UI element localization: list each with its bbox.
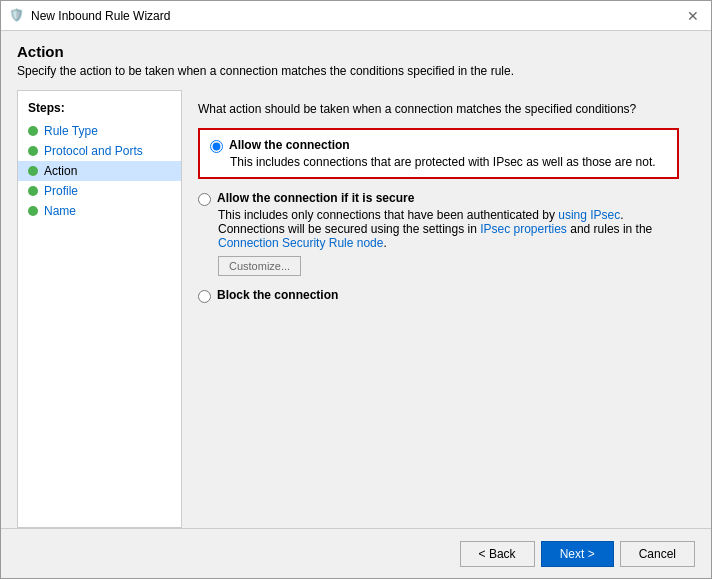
title-bar: 🛡️ New Inbound Rule Wizard ✕ xyxy=(1,1,711,31)
label-block[interactable]: Block the connection xyxy=(217,288,338,302)
radio-allow-secure[interactable] xyxy=(198,193,211,206)
sidebar-item-profile[interactable]: Profile xyxy=(18,181,181,201)
option-block-box: Block the connection xyxy=(198,288,679,303)
option-allow-row: Allow the connection xyxy=(210,138,667,153)
step-dot-protocol-ports xyxy=(28,146,38,156)
window-title: New Inbound Rule Wizard xyxy=(31,9,170,23)
option-allow-secure-row: Allow the connection if it is secure xyxy=(198,191,679,206)
back-button[interactable]: < Back xyxy=(460,541,535,567)
sidebar-item-protocol-ports[interactable]: Protocol and Ports xyxy=(18,141,181,161)
option-block-row: Block the connection xyxy=(198,288,679,303)
title-bar-left: 🛡️ New Inbound Rule Wizard xyxy=(9,8,170,24)
page-title: Action xyxy=(17,43,695,60)
sidebar-label-rule-type: Rule Type xyxy=(44,124,98,138)
sidebar-item-name[interactable]: Name xyxy=(18,201,181,221)
option-allow-secure-box: Allow the connection if it is secure Thi… xyxy=(198,191,679,276)
sidebar-label-name: Name xyxy=(44,204,76,218)
customize-button: Customize... xyxy=(218,256,301,276)
close-button[interactable]: ✕ xyxy=(683,6,703,26)
sidebar-label-profile: Profile xyxy=(44,184,78,198)
page-description: Specify the action to be taken when a co… xyxy=(17,64,695,78)
steps-label: Steps: xyxy=(18,101,181,121)
step-dot-name xyxy=(28,206,38,216)
desc-allow: This includes connections that are prote… xyxy=(230,155,667,169)
label-allow-secure[interactable]: Allow the connection if it is secure xyxy=(217,191,414,205)
radio-block[interactable] xyxy=(198,290,211,303)
option-allow-box: Allow the connection This includes conne… xyxy=(198,128,679,179)
desc-allow-secure: This includes only connections that have… xyxy=(218,208,679,250)
cancel-button[interactable]: Cancel xyxy=(620,541,695,567)
sidebar-item-action[interactable]: Action xyxy=(18,161,181,181)
question-text: What action should be taken when a conne… xyxy=(198,102,679,116)
step-dot-profile xyxy=(28,186,38,196)
sidebar: Steps: Rule Type Protocol and Ports Acti… xyxy=(17,90,182,528)
option-group: Allow the connection This includes conne… xyxy=(198,128,679,303)
right-panel: What action should be taken when a conne… xyxy=(182,90,695,528)
footer: < Back Next > Cancel xyxy=(1,528,711,578)
content-area: Action Specify the action to be taken wh… xyxy=(1,31,711,528)
step-dot-rule-type xyxy=(28,126,38,136)
sidebar-label-protocol-ports: Protocol and Ports xyxy=(44,144,143,158)
sidebar-item-rule-type[interactable]: Rule Type xyxy=(18,121,181,141)
step-dot-action xyxy=(28,166,38,176)
wizard-window: 🛡️ New Inbound Rule Wizard ✕ Action Spec… xyxy=(0,0,712,579)
window-icon: 🛡️ xyxy=(9,8,25,24)
radio-allow[interactable] xyxy=(210,140,223,153)
next-button[interactable]: Next > xyxy=(541,541,614,567)
label-allow[interactable]: Allow the connection xyxy=(229,138,350,152)
sidebar-label-action: Action xyxy=(44,164,77,178)
main-body: Steps: Rule Type Protocol and Ports Acti… xyxy=(17,90,695,528)
